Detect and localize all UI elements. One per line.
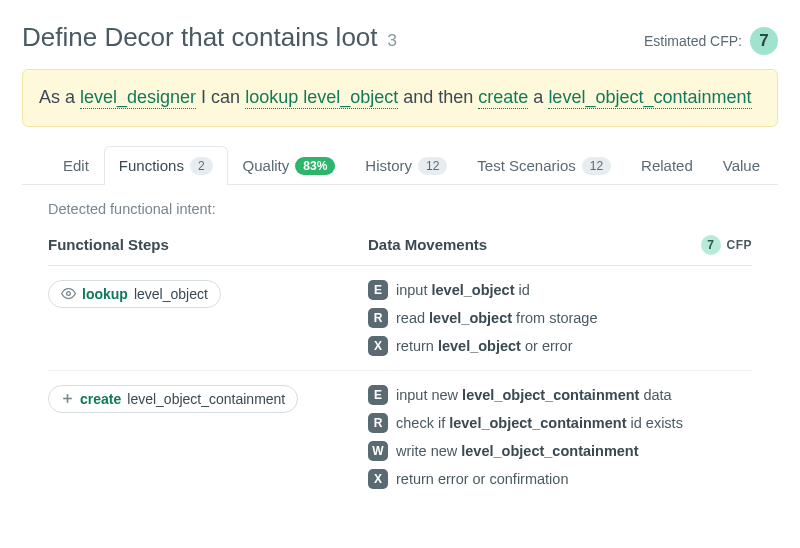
movement-text: input new level_object_containment data: [396, 387, 672, 403]
step-verb: lookup: [82, 286, 128, 302]
title-id-badge: 3: [388, 31, 397, 51]
tab-related[interactable]: Related: [626, 146, 708, 184]
movement-row: Xreturn error or confirmation: [368, 469, 752, 489]
cfp-summary-value: 7: [701, 235, 721, 255]
tab-label: Quality: [243, 157, 290, 174]
story-object-link[interactable]: level_object_containment: [548, 87, 751, 109]
page-title: Define Decor that contains loot: [22, 22, 378, 53]
tab-test-scenarios[interactable]: Test Scenarios 12: [462, 146, 626, 185]
movement-pre: input new: [396, 387, 462, 403]
tab-edit[interactable]: Edit: [48, 146, 104, 184]
story-role-link[interactable]: level_designer: [80, 87, 196, 109]
movement-text: return error or confirmation: [396, 471, 568, 487]
cfp-estimate: Estimated CFP: 7: [644, 27, 778, 55]
movement-code-badge: W: [368, 441, 388, 461]
movement-post: data: [639, 387, 671, 403]
movement-code-badge: E: [368, 385, 388, 405]
tab-value[interactable]: Value: [708, 146, 775, 184]
cfp-label: Estimated CFP:: [644, 33, 742, 49]
movement-post: or error: [521, 338, 573, 354]
tab-label: Edit: [63, 157, 89, 174]
cfp-summary-label: CFP: [727, 238, 753, 252]
story-text: I can: [196, 87, 245, 107]
movement-bold: level_object_containment: [449, 415, 626, 431]
movement-row: Einput level_object id: [368, 280, 752, 300]
tab-label: Test Scenarios: [477, 157, 575, 174]
tab-label: Value: [723, 157, 760, 174]
movement-bold: level_object_containment: [461, 443, 638, 459]
tab-history[interactable]: History 12: [350, 146, 462, 185]
story-action-create-link[interactable]: create: [478, 87, 528, 109]
movement-text: check if level_object_containment id exi…: [396, 415, 683, 431]
movement-pre: read: [396, 310, 429, 326]
tab-scenarios-count: 12: [582, 157, 611, 175]
movement-code-badge: E: [368, 280, 388, 300]
movement-code-badge: R: [368, 308, 388, 328]
tabs-bar: Edit Functions 2 Quality 83% History 12 …: [22, 145, 778, 185]
tab-label: Functions: [119, 157, 184, 174]
tab-quality-pct: 83%: [295, 157, 335, 175]
tab-label: Related: [641, 157, 693, 174]
tab-functions[interactable]: Functions 2: [104, 146, 228, 185]
tab-functions-count: 2: [190, 157, 213, 175]
svg-point-0: [67, 292, 71, 296]
movement-code-badge: X: [368, 469, 388, 489]
step-verb: create: [80, 391, 121, 407]
movement-row: Rcheck if level_object_containment id ex…: [368, 413, 752, 433]
movement-code-badge: R: [368, 413, 388, 433]
col-header-steps: Functional Steps: [48, 236, 368, 253]
movement-row: Wwrite new level_object_containment: [368, 441, 752, 461]
movement-pre: input: [396, 282, 431, 298]
movement-row: Rread level_object from storage: [368, 308, 752, 328]
movement-post: id exists: [626, 415, 682, 431]
movement-pre: return: [396, 338, 438, 354]
story-action-lookup-link[interactable]: lookup level_object: [245, 87, 398, 109]
user-story-box: As a level_designer I can lookup level_o…: [22, 69, 778, 127]
cfp-summary: 7 CFP: [701, 235, 753, 255]
story-text: As a: [39, 87, 80, 107]
movement-text: read level_object from storage: [396, 310, 598, 326]
eye-icon: [61, 286, 76, 301]
movement-text: return level_object or error: [396, 338, 573, 354]
movement-code-badge: X: [368, 336, 388, 356]
movement-pre: check if: [396, 415, 449, 431]
step-chip-lookup[interactable]: lookup level_object: [48, 280, 221, 308]
movement-pre: return error or confirmation: [396, 471, 568, 487]
tab-quality[interactable]: Quality 83%: [228, 146, 351, 185]
movement-row: Einput new level_object_containment data: [368, 385, 752, 405]
step-chip-create[interactable]: create level_object_containment: [48, 385, 298, 413]
movement-row: Xreturn level_object or error: [368, 336, 752, 356]
intent-label: Detected functional intent:: [48, 201, 752, 217]
step-object: level_object_containment: [127, 391, 285, 407]
movement-text: input level_object id: [396, 282, 530, 298]
movement-post: from storage: [512, 310, 597, 326]
step-row: lookup level_objectEinput level_object i…: [48, 266, 752, 371]
movement-text: write new level_object_containment: [396, 443, 639, 459]
col-header-movements: Data Movements: [368, 236, 701, 253]
tab-history-count: 12: [418, 157, 447, 175]
movement-bold: level_object: [431, 282, 514, 298]
step-object: level_object: [134, 286, 208, 302]
story-text: a: [528, 87, 548, 107]
cfp-value: 7: [750, 27, 778, 55]
movement-post: id: [515, 282, 530, 298]
movement-bold: level_object_containment: [462, 387, 639, 403]
story-text: and then: [398, 87, 478, 107]
movement-bold: level_object: [438, 338, 521, 354]
movement-bold: level_object: [429, 310, 512, 326]
step-row: create level_object_containmentEinput ne…: [48, 371, 752, 503]
plus-icon: [61, 392, 74, 405]
movement-pre: write new: [396, 443, 461, 459]
tab-label: History: [365, 157, 412, 174]
